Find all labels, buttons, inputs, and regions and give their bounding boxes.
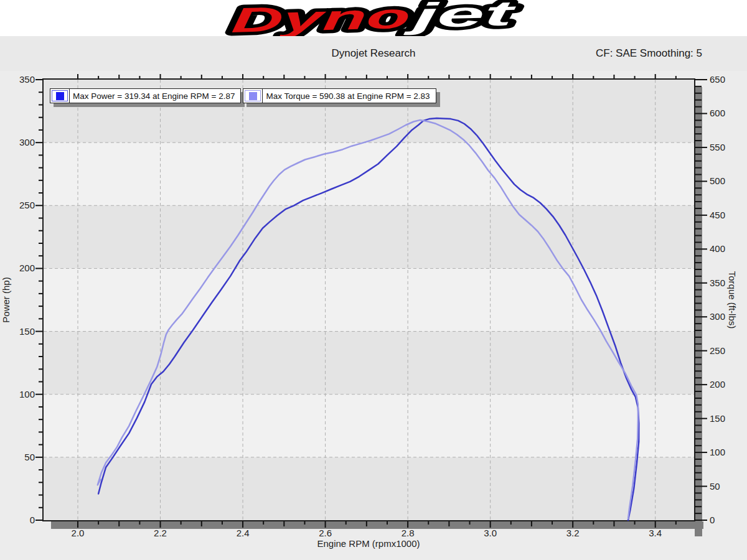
left-tick-label: 350 [19, 74, 35, 85]
torque-swatch-icon [249, 92, 257, 100]
right-axis-title: Torque (ft-lbs) [727, 271, 738, 329]
right-tick-label: 500 [710, 175, 725, 186]
left-axis-title: Power (hp) [1, 277, 11, 322]
x-tick-label: 2.6 [319, 528, 332, 538]
plot-band [44, 205, 694, 268]
right-tick-label: 600 [710, 108, 725, 118]
right-tick-label: 550 [710, 142, 725, 152]
x-tick-label: 2.0 [72, 528, 85, 538]
max-torque-label: Max Torque = 590.38 at Engine RPM = 2.83 [263, 91, 430, 101]
plot-band [44, 268, 694, 331]
max-power-label: Max Power = 319.34 at Engine RPM = 2.87 [70, 91, 235, 101]
left-tick-label: 200 [19, 263, 35, 273]
dyno-run-page: Dyno jet Dynojet Research CF: SAE Smooth… [0, 0, 747, 560]
power-swatch-cell [52, 90, 68, 101]
right-tick-label: 0 [710, 515, 715, 525]
left-tick-label: 0 [30, 515, 35, 525]
plot-band [44, 142, 694, 205]
left-tick-label: 100 [19, 389, 35, 399]
right-tick-label: 450 [710, 210, 725, 220]
right-tick-label: 400 [710, 243, 725, 254]
right-tick-label: 150 [710, 413, 725, 424]
left-tick-label: 150 [19, 326, 35, 337]
x-axis-title: Engine RPM (rpmx1000) [317, 538, 420, 549]
x-tick-label: 3.4 [649, 528, 662, 538]
torque-swatch-cell [245, 90, 261, 101]
right-tick-label: 250 [710, 345, 725, 356]
plot-band [44, 457, 694, 520]
power-swatch-icon [56, 92, 64, 100]
legend-entry-max-torque: Max Torque = 590.38 at Engine RPM = 2.83 [243, 88, 436, 103]
x-tick-label: 3.0 [484, 528, 497, 538]
left-tick-label: 300 [19, 137, 35, 147]
x-tick-label: 2.2 [154, 528, 167, 538]
right-tick-label: 200 [710, 379, 725, 390]
legend-entry-max-power: Max Power = 319.34 at Engine RPM = 2.87 [50, 88, 241, 103]
left-tick-label: 250 [19, 200, 35, 210]
right-tick-label: 650 [710, 74, 725, 85]
right-tick-label: 50 [710, 481, 720, 492]
dyno-chart-plot: 2.02.22.42.62.83.03.23.40501001502002503… [0, 0, 747, 560]
plot-band [44, 394, 694, 457]
x-tick-label: 3.2 [566, 528, 580, 538]
left-tick-label: 50 [24, 452, 35, 462]
right-tick-label: 100 [710, 447, 725, 457]
right-tick-label: 300 [710, 311, 725, 322]
plot-band [44, 332, 694, 394]
right-tick-label: 350 [710, 278, 725, 288]
x-tick-label: 2.8 [402, 528, 415, 538]
frame-shadow-bottom [51, 521, 703, 529]
chart-legend: Max Power = 319.34 at Engine RPM = 2.87 … [50, 88, 436, 103]
x-tick-label: 2.4 [237, 528, 250, 538]
